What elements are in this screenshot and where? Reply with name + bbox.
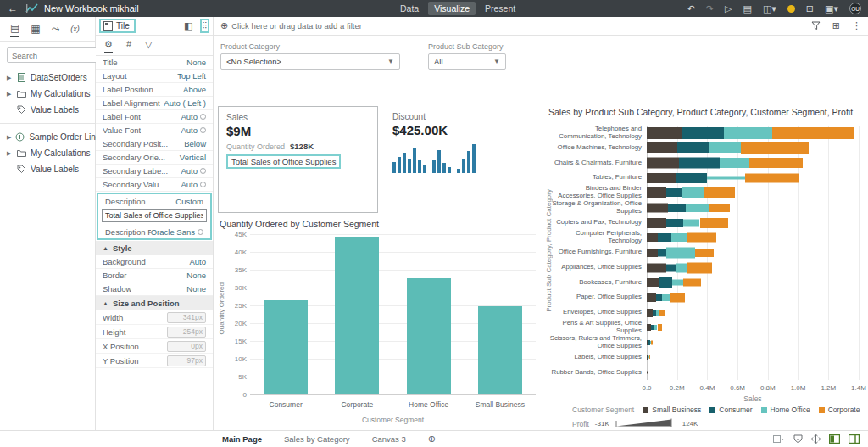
user-avatar[interactable]: OU — [849, 3, 861, 14]
segment-corporate[interactable] — [651, 340, 653, 344]
value-reset-icon[interactable] — [200, 114, 206, 120]
segment-consumer[interactable] — [679, 158, 720, 169]
viz-type-button[interactable]: Tile — [99, 19, 136, 33]
legend-item-home-office[interactable]: Home Office — [761, 405, 810, 414]
font-reset-icon[interactable] — [198, 229, 203, 235]
discount-tile-viz[interactable]: Discount $425.00K — [385, 106, 504, 213]
expand-caret-icon[interactable]: ▶ — [7, 91, 13, 98]
segment-consumer[interactable] — [666, 264, 676, 271]
segment-consumer[interactable] — [659, 277, 672, 288]
bar-small-business[interactable] — [478, 306, 522, 394]
segment-corporate[interactable] — [745, 173, 799, 182]
filter-bar[interactable]: ⊕ Click here or drag data to add a filte… — [214, 17, 868, 36]
property-row-description-font[interactable]: Description Font Oracle Sans — [98, 225, 210, 238]
segment-corporate[interactable] — [658, 324, 662, 331]
segment-small-business[interactable] — [647, 309, 653, 317]
property-row-label-alignment[interactable]: Label AlignmentAuto ( Left ) — [96, 97, 213, 110]
visualizations-panel-icon[interactable]: ▦ — [31, 23, 40, 36]
segment-home-office[interactable] — [707, 176, 745, 179]
segment-corporate[interactable] — [741, 142, 809, 154]
mode-tab-visualize[interactable]: Visualize — [428, 2, 476, 15]
property-row-border[interactable]: BorderNone — [96, 269, 213, 282]
tree-item-my-calculations[interactable]: ▶My Calculations — [0, 145, 95, 161]
properties-pane-icon[interactable]: ⫶⫶ — [200, 19, 210, 33]
segment-small-business[interactable] — [647, 142, 677, 153]
segment-home-office[interactable] — [662, 294, 670, 301]
segment-small-business[interactable] — [647, 158, 679, 169]
tree-item-datasetorders[interactable]: ▶DataSetOrders — [0, 70, 95, 86]
segment-home-office[interactable] — [683, 219, 700, 226]
add-filter-icon[interactable]: ⊕ — [220, 20, 228, 31]
preview-play-icon[interactable]: ▷ — [725, 4, 732, 14]
assignments-panel-icon[interactable]: ◧ — [184, 20, 192, 31]
segment-consumer[interactable] — [658, 233, 671, 242]
property-row-secondary-orie-[interactable]: Secondary Orie...Vertical — [96, 151, 213, 165]
segment-corporate[interactable] — [683, 279, 701, 287]
canvas-menu-kebab-icon[interactable]: ⋮ — [852, 20, 861, 31]
segment-small-business[interactable] — [647, 173, 676, 183]
size-section-header[interactable]: ▲ Size and Position — [96, 296, 213, 310]
show-right-panel-icon[interactable] — [849, 434, 860, 444]
segment-corporate[interactable] — [700, 218, 729, 228]
segment-corporate[interactable] — [687, 262, 712, 273]
value-reset-icon[interactable] — [200, 182, 206, 187]
segment-small-business[interactable] — [647, 249, 658, 257]
filters-properties-tab-icon[interactable]: ▽ — [145, 39, 152, 53]
product-category-select[interactable]: <No Selection> ▼ — [220, 53, 400, 70]
sales-tile-viz[interactable]: Sales $9M Quantity Ordered $128K Total S… — [218, 106, 378, 213]
segment-home-office[interactable] — [682, 187, 704, 198]
legend-item-consumer[interactable]: Consumer — [709, 405, 752, 414]
add-canvas-icon[interactable]: ⊕ — [428, 433, 436, 444]
property-row-background[interactable]: BackgroundAuto — [96, 255, 213, 269]
segment-small-business[interactable] — [647, 127, 682, 139]
segment-small-business[interactable] — [647, 263, 666, 272]
segment-corporate[interactable] — [670, 293, 685, 302]
property-row-label-font[interactable]: Label FontAuto — [96, 110, 213, 124]
property-row-layout[interactable]: LayoutTop Left — [96, 70, 213, 83]
mode-tab-data[interactable]: Data — [394, 2, 425, 15]
segment-small-business[interactable] — [647, 278, 659, 287]
calculations-panel-icon[interactable]: (x) — [70, 25, 80, 35]
segment-corporate[interactable] — [772, 127, 854, 139]
property-row-secondary-posit-[interactable]: Secondary Posit...Below — [96, 137, 213, 151]
canvas-options-icon[interactable] — [773, 435, 785, 444]
tree-item-value-labels[interactable]: Value Labels — [0, 102, 95, 118]
segment-small-business[interactable] — [647, 233, 658, 242]
analytics-panel-icon[interactable]: ⤳ — [52, 23, 60, 36]
legend-item-corporate[interactable]: Corporate — [819, 405, 860, 414]
tree-item-my-calculations[interactable]: ▶My Calculations — [0, 86, 95, 102]
segment-corporate[interactable] — [687, 233, 716, 243]
segment-corporate[interactable] — [704, 187, 735, 198]
property-row-value-font[interactable]: Value FontAuto — [96, 124, 213, 137]
sales-stacked-bar-chart[interactable]: Sales by Product Sub Category, Product C… — [547, 107, 865, 427]
values-properties-tab-icon[interactable]: # — [126, 39, 131, 53]
expand-caret-icon[interactable]: ▶ — [7, 134, 11, 141]
segment-home-office[interactable] — [672, 280, 683, 286]
export-icon[interactable]: ◫▾ — [763, 4, 776, 14]
segment-corporate[interactable] — [648, 372, 648, 373]
open-in-icon[interactable]: ⊡ — [806, 4, 814, 14]
tree-item-sample-order-lines[interactable]: ▶Sample Order Lines — [0, 129, 95, 145]
property-row-secondary-labe-[interactable]: Secondary Labe...Auto — [96, 165, 213, 178]
filter-funnel-icon[interactable] — [811, 21, 821, 31]
quantity-bar-chart[interactable]: Quantity Ordered by Customer SegmentQuan… — [218, 219, 544, 425]
canvas-tab-sales-by-category[interactable]: Sales by Category — [284, 434, 350, 444]
legend-item-small-business[interactable]: Small Business — [643, 405, 701, 414]
description-input[interactable] — [102, 209, 207, 222]
show-left-panel-icon[interactable] — [829, 434, 840, 444]
auto-insights-lightbulb-icon[interactable] — [787, 5, 795, 13]
segment-corporate[interactable] — [695, 249, 713, 257]
segment-consumer[interactable] — [668, 204, 686, 212]
segment-home-office[interactable] — [676, 263, 687, 272]
expand-caret-icon[interactable]: ▶ — [7, 150, 13, 157]
save-icon[interactable]: ▤ — [743, 4, 752, 14]
segment-home-office[interactable] — [724, 127, 772, 139]
segment-consumer[interactable] — [676, 173, 708, 183]
segment-home-office[interactable] — [686, 204, 709, 212]
general-properties-tab-gear-icon[interactable]: ⚙ — [104, 39, 113, 53]
value-reset-icon[interactable] — [200, 127, 206, 133]
bar-corporate[interactable] — [335, 237, 379, 394]
segment-consumer[interactable] — [656, 294, 662, 301]
segment-consumer[interactable] — [677, 142, 709, 153]
product-sub-category-select[interactable]: All ▼ — [428, 53, 506, 70]
